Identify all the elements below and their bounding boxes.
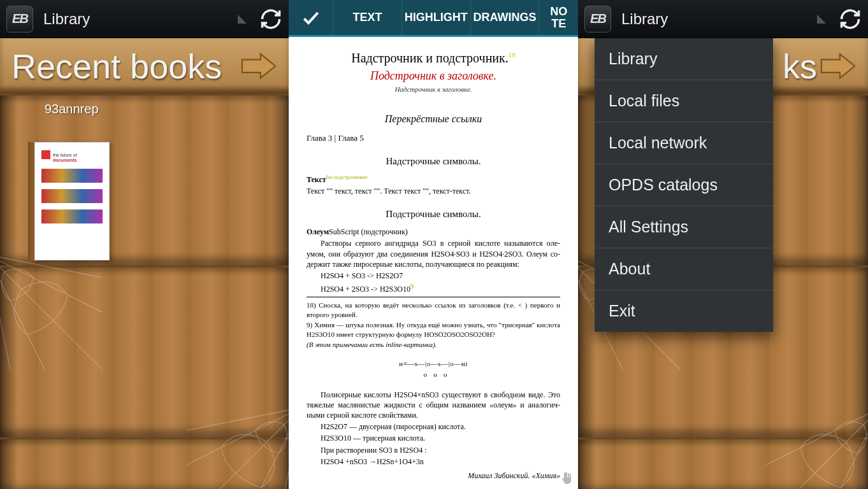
doc-signature: Михаил Зибинский. «Химия»: [307, 471, 560, 481]
tab-note[interactable]: NO TE: [539, 0, 578, 35]
doc-subheading: Надстрочные символы.: [307, 155, 560, 167]
doc-heading-2: Подстрочник в заголовке.: [307, 68, 560, 83]
menu-item-local-files[interactable]: Local files: [595, 80, 773, 122]
menu-item-settings[interactable]: All Settings: [595, 206, 773, 248]
topbar-title[interactable]: Library: [621, 10, 817, 28]
cobweb-icon: [0, 255, 102, 369]
shelf-row: [0, 267, 289, 439]
app-logo-icon[interactable]: EB: [6, 6, 33, 32]
pdf-logo-icon: [41, 150, 50, 159]
menu-item-opds[interactable]: OPDS catalogs: [595, 164, 773, 206]
topbar: EB Library: [0, 0, 289, 38]
doc-footnotes: 18) Сноска, на которую ведёт несколько с…: [307, 297, 560, 349]
hand-cursor-icon: [560, 471, 575, 486]
doc-structural-formula: н≡—s—|o—s—|o—нi o o o: [307, 358, 560, 381]
doc-para: Полисерные кислоты H2SO4×nSO3 существуют…: [307, 390, 560, 421]
menu-item-library[interactable]: Library: [595, 38, 773, 80]
tab-highlight[interactable]: HIGHLIGHT: [401, 0, 470, 35]
main-menu: Library Local files Local network OPDS c…: [595, 38, 773, 332]
shelf-row: [578, 439, 868, 489]
doc-formula: H2SO4 + SO3 -> H2S2O7: [307, 271, 560, 281]
book-cover-strip: [41, 169, 103, 183]
library-panel: EB Library Recent books 93annrep the fut…: [0, 0, 289, 489]
menu-item-about[interactable]: About: [595, 248, 773, 290]
svg-marker-0: [242, 54, 275, 78]
doc-subheading: Подстрочные символы.: [307, 208, 560, 220]
topbar-title[interactable]: Library: [43, 10, 238, 28]
doc-para: H2SO4 +nSO3 →H2Sn+1O4+3n: [307, 457, 560, 467]
book-thumbnail[interactable]: the future ofdocuments: [34, 142, 110, 260]
menu-item-exit[interactable]: Exit: [595, 290, 773, 332]
menu-item-local-network[interactable]: Local network: [595, 122, 773, 164]
bookshelf: Recent books 93annrep the future ofdocum…: [0, 38, 289, 489]
svg-marker-1: [821, 54, 855, 78]
book-cover-strip: [41, 189, 103, 203]
doc-para: Текст "" текст, текст "". Текст текст ""…: [307, 186, 560, 196]
tab-drawings[interactable]: DRAWINGS: [470, 0, 539, 35]
refresh-icon[interactable]: [839, 8, 862, 31]
tab-text[interactable]: TEXT: [333, 0, 401, 35]
book-cover-title: the future ofdocuments: [53, 153, 76, 162]
book-label: 93annrep: [0, 96, 289, 117]
annotation-tabs: TEXT HIGHLIGHT DRAWINGS NO TE: [333, 0, 578, 35]
dropdown-indicator-icon[interactable]: [817, 15, 826, 24]
shelf-title: Recent books: [11, 46, 240, 86]
app-logo-icon[interactable]: EB: [584, 6, 611, 32]
doc-heading-1: Надстрочник и подстрочник.18: [307, 50, 560, 67]
doc-para: H2S3O10 — трисерная кислота.: [307, 433, 560, 443]
topbar: EB Library: [578, 0, 868, 38]
next-arrow-icon[interactable]: [240, 52, 277, 80]
shelf-header: Recent books: [0, 38, 289, 96]
doc-section-title: Перекрёстные ссылки: [307, 112, 560, 126]
dropdown-indicator-icon[interactable]: [238, 15, 247, 24]
doc-para: H2S2O7 — двусерная (пиросерная) кислота.: [307, 422, 560, 432]
next-arrow-icon[interactable]: [820, 52, 857, 80]
reader-toolbar: TEXT HIGHLIGHT DRAWINGS NO TE: [289, 0, 578, 37]
shelf-row: 93annrep the future ofdocuments: [0, 96, 289, 267]
doc-para: Текстбез подстрочников:: [307, 174, 560, 185]
doc-heading-3: Надстрочник в заголовке.: [307, 85, 560, 94]
shelf-row: [0, 439, 289, 489]
doc-para: Растворы серного ангидрида SO3 в серной …: [307, 238, 560, 269]
library-menu-panel: EB Library ks Library Local files Local: [578, 0, 868, 489]
book-cover-strip: [41, 209, 103, 223]
refresh-icon[interactable]: [259, 8, 282, 31]
document-page[interactable]: Надстрочник и подстрочник.18 Подстрочник…: [289, 37, 578, 489]
reader-panel: TEXT HIGHLIGHT DRAWINGS NO TE Надстрочни…: [289, 0, 578, 489]
doc-para: При растворении SO3 в H2SO4 :: [307, 445, 560, 455]
doc-para: ОлеумSubScript (подстрочник): [307, 227, 560, 237]
doc-formula: H2SO4 + 2SO3 -> H2S3O109: [307, 282, 560, 294]
doc-chapters: Глава 3 | Глава 5: [307, 132, 560, 144]
confirm-check-icon[interactable]: [289, 0, 333, 35]
